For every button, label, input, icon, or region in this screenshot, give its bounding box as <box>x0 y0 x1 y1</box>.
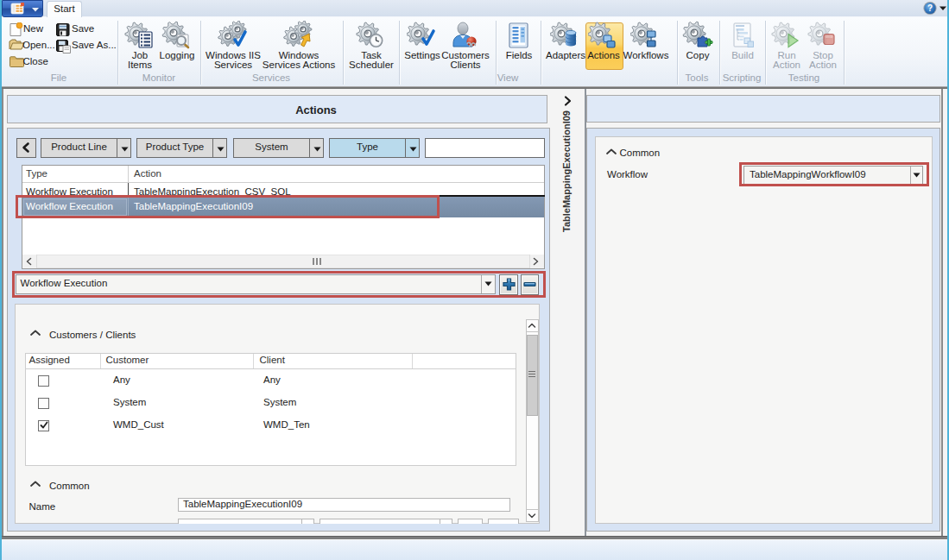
svg-text:?: ? <box>927 3 933 13</box>
